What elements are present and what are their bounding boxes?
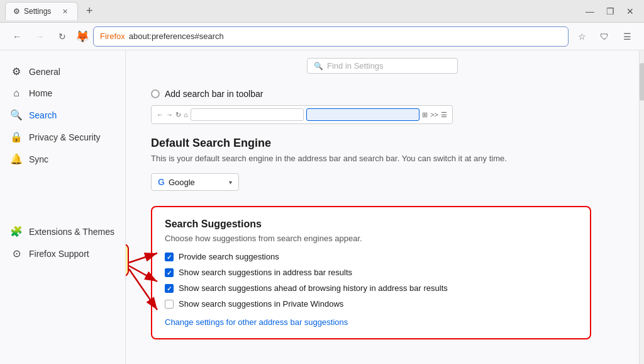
back-button[interactable]: ← xyxy=(8,27,26,46)
default-engine-section: Default Search Engine This is your defau… xyxy=(151,137,591,191)
sidebar-item-home[interactable]: ⌂ Home xyxy=(0,82,125,104)
gear-icon: ⚙ xyxy=(10,65,23,77)
sidebar-item-label: Search xyxy=(29,110,57,120)
sidebar-item-sync[interactable]: 🔔 Sync xyxy=(0,148,125,170)
annotation-label: Turn these Off xyxy=(126,244,129,276)
checkbox-private-windows[interactable] xyxy=(165,300,174,309)
search-bar-option-label: Add search bar in toolbar xyxy=(165,89,263,99)
tab-label: Settings xyxy=(24,7,51,16)
scrollbar-track[interactable] xyxy=(639,50,644,364)
sidebar-item-label: Privacy & Security xyxy=(29,132,101,142)
address-text: about:preferences#search xyxy=(129,31,562,41)
reload-button[interactable]: ↻ xyxy=(53,27,72,46)
checkbox-row-4: Show search suggestions in Private Windo… xyxy=(165,299,577,309)
main-layout: ⚙ General ⌂ Home 🔍 Search 🔒 Privacy & Se… xyxy=(0,50,644,364)
close-button[interactable]: ✕ xyxy=(621,3,639,20)
sidebar-item-label: Home xyxy=(29,88,52,98)
reload-toolbar-icon: ↻ xyxy=(175,111,181,119)
scrollbar-thumb[interactable] xyxy=(640,63,644,101)
tab-close-button[interactable]: ✕ xyxy=(60,6,70,16)
checkbox-row-1: Provide search suggestions xyxy=(165,252,577,261)
titlebar: ⚙ Settings ✕ + — ❐ ✕ xyxy=(0,0,644,23)
shield-button[interactable]: 🛡 xyxy=(595,27,614,46)
minimize-button[interactable]: — xyxy=(581,3,599,20)
sidebar-item-support[interactable]: ⊙ Firefox Support xyxy=(0,242,125,264)
find-settings-input-wrap[interactable]: 🔍 Find in Settings xyxy=(307,58,458,74)
change-settings-link[interactable]: Change settings for other address bar su… xyxy=(165,317,348,327)
suggestions-desc: Choose how suggestions from search engin… xyxy=(165,234,577,243)
extend-icon: >> xyxy=(430,111,438,118)
engine-label: Google xyxy=(169,178,195,187)
checkbox-label-4: Show search suggestions in Private Windo… xyxy=(179,299,343,309)
sidebar-item-general[interactable]: ⚙ General xyxy=(0,60,125,82)
firefox-logo-icon: 🦊 xyxy=(75,30,89,43)
search-icon: 🔍 xyxy=(10,109,23,121)
suggestions-title: Search Suggestions xyxy=(165,219,577,230)
menu-button[interactable]: ☰ xyxy=(618,27,636,46)
sidebar: ⚙ General ⌂ Home 🔍 Search 🔒 Privacy & Se… xyxy=(0,50,126,364)
sidebar-item-extensions[interactable]: 🧩 Extensions & Themes xyxy=(0,220,125,242)
checkbox-ahead-history[interactable] xyxy=(165,284,174,293)
default-engine-desc: This is your default search engine in th… xyxy=(151,154,591,163)
find-settings-placeholder: Find in Settings xyxy=(327,61,384,71)
suggestions-wrapper: Turn these Off Search Suggestions C xyxy=(151,206,591,339)
menu-toolbar-icon: ☰ xyxy=(441,111,447,119)
extensions-icon: 🧩 xyxy=(10,225,23,237)
bookmark-button[interactable]: ☆ xyxy=(572,27,591,46)
back-toolbar-icon: ← xyxy=(157,111,164,118)
split-icon: ⊞ xyxy=(422,111,428,119)
forward-button[interactable]: → xyxy=(30,27,49,46)
search-bar-radio[interactable] xyxy=(151,89,160,98)
sidebar-item-privacy[interactable]: 🔒 Privacy & Security xyxy=(0,126,125,148)
address-bar[interactable]: Firefox about:preferences#search xyxy=(93,26,569,47)
sidebar-item-search[interactable]: 🔍 Search xyxy=(0,104,125,126)
content-inner: Add search bar in toolbar ← → ↻ ⌂ ⊞ >> ☰… xyxy=(151,79,591,339)
find-settings-area: 🔍 Find in Settings xyxy=(151,50,614,79)
lock-icon: 🔒 xyxy=(10,131,23,143)
engine-dropdown[interactable]: G Google ▾ xyxy=(151,173,239,191)
checkbox-label-1: Provide search suggestions xyxy=(179,252,279,261)
checkbox-row-3: Show search suggestions ahead of browsin… xyxy=(165,283,577,293)
toolbar-search-input[interactable] xyxy=(191,108,304,121)
content-area: 🔍 Find in Settings Add search bar in too… xyxy=(126,50,639,364)
support-icon: ⊙ xyxy=(10,247,23,259)
chevron-down-icon: ▾ xyxy=(229,179,232,186)
checkbox-address-bar-suggestions[interactable] xyxy=(165,268,174,277)
forward-toolbar-icon: → xyxy=(166,111,173,118)
firefox-label: Firefox xyxy=(100,31,125,41)
sidebar-item-label: Firefox Support xyxy=(29,249,89,259)
sidebar-item-label: Sync xyxy=(29,154,48,164)
checkbox-provide-suggestions[interactable] xyxy=(165,253,174,261)
sync-icon: 🔔 xyxy=(10,153,23,165)
sidebar-item-label: Extensions & Themes xyxy=(29,227,114,237)
home-icon: ⌂ xyxy=(10,88,23,99)
google-icon: G xyxy=(158,177,165,187)
checkbox-row-2: Show search suggestions in address bar r… xyxy=(165,268,577,277)
new-tab-button[interactable]: + xyxy=(80,3,98,20)
default-engine-title: Default Search Engine xyxy=(151,137,591,150)
navigation-bar: ← → ↻ 🦊 Firefox about:preferences#search… xyxy=(0,23,644,50)
checkbox-label-2: Show search suggestions in address bar r… xyxy=(179,268,352,277)
browser-tab[interactable]: ⚙ Settings ✕ xyxy=(5,2,78,20)
home-toolbar-icon: ⌂ xyxy=(184,111,188,118)
suggestions-section: Search Suggestions Choose how suggestion… xyxy=(151,206,591,339)
window-controls: — ❐ ✕ xyxy=(581,3,639,20)
checkbox-label-3: Show search suggestions ahead of browsin… xyxy=(179,283,448,293)
tab-favicon: ⚙ xyxy=(13,7,20,16)
toolbar-search-active[interactable] xyxy=(306,108,419,121)
search-icon: 🔍 xyxy=(314,62,323,71)
maximize-button[interactable]: ❐ xyxy=(601,3,619,20)
mock-toolbar: ← → ↻ ⌂ ⊞ >> ☰ xyxy=(151,105,453,124)
search-bar-option: Add search bar in toolbar xyxy=(151,79,591,105)
sidebar-item-label: General xyxy=(29,67,60,77)
